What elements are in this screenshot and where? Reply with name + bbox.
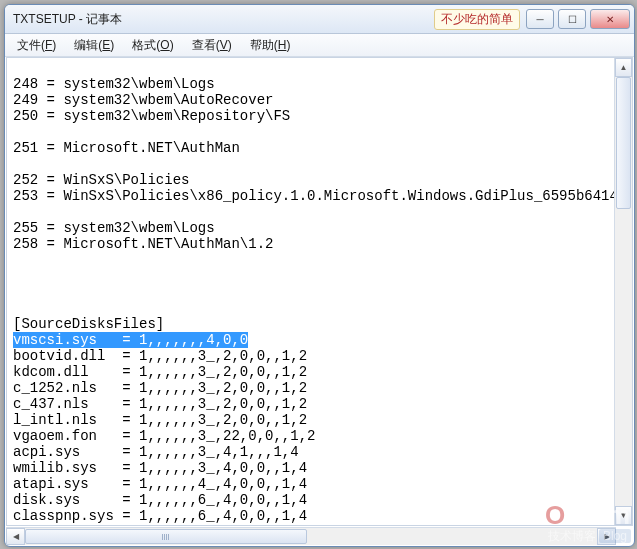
scroll-down-button[interactable]: ▼	[615, 506, 632, 525]
editor-frame: 248 = system32\wbem\Logs 249 = system32\…	[6, 57, 633, 526]
titlebar-badge: 不少吃的简单	[434, 9, 520, 30]
close-icon: ✕	[606, 14, 614, 25]
menu-edit[interactable]: 编辑(E)	[66, 35, 122, 56]
window-buttons: ─ ☐ ✕	[526, 9, 630, 29]
vertical-scrollbar[interactable]: ▲ ▼	[614, 58, 632, 525]
minimize-button[interactable]: ─	[526, 9, 554, 29]
scroll-right-button[interactable]: ▶	[597, 528, 616, 545]
text-before: 248 = system32\wbem\Logs 249 = system32\…	[13, 76, 632, 332]
chevron-down-icon: ▼	[620, 511, 628, 520]
chevron-left-icon: ◀	[13, 532, 19, 541]
menu-format[interactable]: 格式(O)	[124, 35, 181, 56]
maximize-icon: ☐	[568, 14, 577, 25]
notepad-window: TXTSETUP - 记事本 不少吃的简单 ─ ☐ ✕ 文件(F) 编辑(E) …	[4, 4, 635, 547]
chevron-up-icon: ▲	[620, 63, 628, 72]
vertical-scroll-thumb[interactable]	[616, 77, 631, 209]
menu-file[interactable]: 文件(F)	[9, 35, 64, 56]
menubar: 文件(F) 编辑(E) 格式(O) 查看(V) 帮助(H)	[5, 34, 634, 57]
text-area[interactable]: 248 = system32\wbem\Logs 249 = system32\…	[7, 58, 632, 525]
maximize-button[interactable]: ☐	[558, 9, 586, 29]
scroll-left-button[interactable]: ◀	[6, 528, 25, 545]
minimize-icon: ─	[536, 14, 543, 25]
window-title: TXTSETUP - 记事本	[13, 11, 434, 28]
text-after: bootvid.dll = 1,,,,,,3_,2,0,0,,1,2 kdcom…	[13, 348, 315, 525]
chevron-right-icon: ▶	[604, 532, 610, 541]
menu-view[interactable]: 查看(V)	[184, 35, 240, 56]
horizontal-scrollbar[interactable]: ◀ ▶	[6, 527, 616, 545]
text-selection: vmscsi.sys = 1,,,,,,,4,0,0	[13, 332, 248, 348]
horizontal-scroll-thumb[interactable]	[25, 529, 307, 544]
titlebar[interactable]: TXTSETUP - 记事本 不少吃的简单 ─ ☐ ✕	[5, 5, 634, 34]
close-button[interactable]: ✕	[590, 9, 630, 29]
scroll-up-button[interactable]: ▲	[615, 58, 632, 77]
menu-help[interactable]: 帮助(H)	[242, 35, 299, 56]
grip-icon	[162, 534, 170, 540]
